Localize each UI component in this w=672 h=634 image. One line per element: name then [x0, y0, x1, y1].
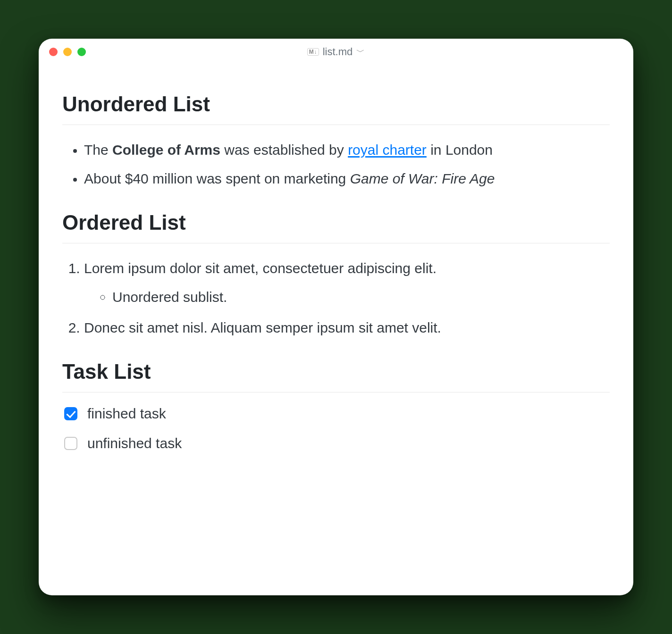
heading-task-list: Task List	[62, 356, 610, 392]
text-run: Donec sit amet nisl. Aliquam semper ipsu…	[84, 320, 441, 335]
text-run: was established by	[220, 142, 348, 158]
text-run: Unordered sublist.	[112, 289, 227, 305]
unordered-list: The College of Arms was established by r…	[62, 135, 610, 193]
markdown-filetype-icon: M↓	[307, 48, 319, 56]
traffic-lights	[49, 48, 86, 56]
list-item: Donec sit amet nisl. Aliquam semper ipsu…	[84, 313, 610, 342]
ordered-list: Lorem ipsum dolor sit amet, consectetuer…	[62, 254, 610, 342]
text-run: About $40 million was spent on marketing	[84, 171, 350, 186]
task-label: finished task	[87, 403, 166, 424]
chevron-down-icon: ﹀	[356, 46, 365, 58]
titlebar: M↓ list.md ﹀	[39, 39, 633, 65]
text-run: Lorem ipsum dolor sit amet, consectetuer…	[84, 260, 437, 276]
task-checkbox-finished[interactable]	[64, 407, 77, 420]
list-item: Lorem ipsum dolor sit amet, consectetuer…	[84, 254, 610, 313]
close-window-button[interactable]	[49, 48, 58, 56]
app-window: M↓ list.md ﹀ Unordered List The College …	[39, 39, 633, 595]
heading-ordered-list: Ordered List	[62, 207, 610, 243]
text-run: The	[84, 142, 112, 158]
list-item: Unordered sublist.	[112, 284, 610, 309]
task-list: finished task unfinished task	[62, 403, 610, 454]
task-item[interactable]: unfinished task	[62, 433, 610, 454]
task-item[interactable]: finished task	[62, 403, 610, 424]
task-label: unfinished task	[87, 433, 182, 454]
list-item: About $40 million was spent on marketing…	[84, 164, 610, 193]
minimize-window-button[interactable]	[63, 48, 72, 56]
italic-text: Game of War: Fire Age	[350, 171, 495, 186]
heading-unordered-list: Unordered List	[62, 89, 610, 125]
text-run: in London	[427, 142, 493, 158]
link-royal-charter[interactable]: royal charter	[348, 142, 427, 158]
document-content[interactable]: Unordered List The College of Arms was e…	[39, 65, 633, 595]
zoom-window-button[interactable]	[77, 48, 86, 56]
task-checkbox-unfinished[interactable]	[64, 437, 77, 450]
list-item: The College of Arms was established by r…	[84, 135, 610, 164]
bold-text: College of Arms	[112, 142, 220, 158]
unordered-sublist: Unordered sublist.	[84, 284, 610, 309]
document-title: list.md	[323, 46, 353, 58]
